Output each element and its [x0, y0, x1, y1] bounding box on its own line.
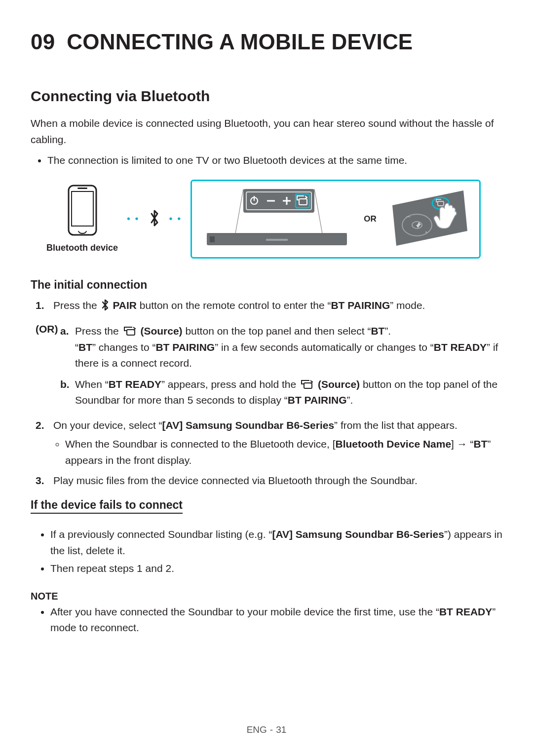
soundbar-touch-panel-icon: — + — [389, 189, 468, 250]
svg-marker-18 — [392, 190, 467, 246]
connection-dots-right: • • — [169, 213, 182, 225]
bt-pairing-label: BT PAIRING — [331, 300, 390, 311]
sub-step-label: a. — [60, 323, 69, 340]
inner-bullet-list: When the Soundbar is connected to the Bl… — [53, 436, 502, 468]
source-icon — [300, 379, 314, 389]
step-text: button on the remote control to enter th… — [140, 300, 331, 311]
steps-list-cont: 2. On your device, select “[AV] Samsung … — [31, 417, 502, 489]
step-text: After you have connected the Soundbar to… — [50, 606, 439, 617]
sub-step-b: b. When “BT READY” appears, press and ho… — [60, 377, 502, 409]
bt-ready-label: BT READY — [439, 606, 492, 617]
step-text: ” from the list that appears. — [334, 419, 457, 431]
footer-language: ENG — [247, 724, 267, 735]
connection-dots-left: • • — [127, 213, 140, 225]
step-1: 1. Press the PAIR button on the remote c… — [36, 298, 502, 314]
or-alternative-row: (OR) a. Press the (Source) button on the… — [36, 323, 502, 414]
intro-paragraph: When a mobile device is connected using … — [31, 115, 502, 148]
soundbar-frame: OR — + — [190, 180, 481, 259]
pair-label: PAIR — [113, 300, 137, 311]
subheading-fails-to-connect: If the device fails to connect — [31, 498, 183, 514]
sub-steps-list: a. Press the (Source) button on the top … — [60, 323, 502, 414]
device-name: [AV] Samsung Soundbar B6-Series — [272, 529, 444, 540]
phone-caption: Bluetooth device — [46, 243, 118, 253]
step-text: Press the — [75, 325, 122, 337]
list-item: When the Soundbar is connected to the Bl… — [65, 436, 502, 468]
step-text: ] → “ — [451, 438, 474, 450]
step-text: ” changes to “ — [92, 341, 155, 353]
step-text: ” in a few seconds automatically or chan… — [215, 341, 434, 353]
bt-pairing-label: BT PAIRING — [155, 341, 215, 353]
source-label: (Source) — [140, 325, 182, 337]
step-number: 2. — [36, 417, 44, 434]
step-text: On your device, select “ — [53, 419, 162, 431]
source-label: (Source) — [318, 378, 360, 390]
chapter-title: CONNECTING A MOBILE DEVICE — [67, 30, 413, 54]
bt-ready-label: BT READY — [434, 341, 487, 353]
step-text: ”. — [347, 394, 353, 406]
svg-rect-2 — [77, 188, 87, 189]
footer-separator: - — [270, 724, 273, 735]
bt-label: BT — [78, 341, 92, 353]
step-text: ”. — [384, 325, 391, 337]
svg-rect-4 — [210, 236, 215, 242]
sub-step-a: a. Press the (Source) button on the top … — [60, 323, 502, 372]
source-icon — [123, 326, 137, 336]
sub-step-label: b. — [60, 377, 70, 393]
step-text: ” mode. — [390, 300, 425, 311]
bt-label: BT — [474, 438, 488, 450]
manual-page: 09CONNECTING A MOBILE DEVICE Connecting … — [0, 0, 533, 756]
phone-icon — [68, 185, 97, 238]
section-heading: Connecting via Bluetooth — [31, 88, 502, 105]
svg-text:+: + — [425, 230, 427, 235]
fails-bullet-list: If a previously connected Soundbar listi… — [31, 527, 502, 577]
note-heading: NOTE — [31, 591, 502, 602]
bt-label: BT — [371, 325, 384, 337]
bluetooth-device-name-label: Bluetooth Device Name — [336, 438, 452, 450]
or-label: (OR) — [36, 323, 60, 335]
step-text: When the Soundbar is connected to the Bl… — [65, 438, 336, 450]
chapter-number: 09 — [31, 30, 55, 54]
list-item: The connection is limited to one TV or t… — [47, 152, 502, 169]
phone-figure: Bluetooth device — [46, 185, 118, 253]
page-footer: ENG-31 — [0, 724, 533, 735]
step-text: Play music files from the device connect… — [53, 475, 418, 486]
step-2: 2. On your device, select “[AV] Samsung … — [36, 417, 502, 469]
subheading-initial-connection: The initial connection — [31, 278, 502, 292]
step-text: If a previously connected Soundbar listi… — [50, 529, 272, 540]
svg-line-7 — [235, 189, 243, 233]
bluetooth-icon — [149, 209, 160, 229]
bt-pairing-label: BT PAIRING — [288, 394, 347, 406]
note-bullet-list: After you have connected the Soundbar to… — [31, 604, 502, 636]
chapter-heading: 09CONNECTING A MOBILE DEVICE — [31, 30, 502, 54]
step-text: button on the top panel and then select … — [185, 325, 371, 337]
bluetooth-pair-icon — [101, 300, 109, 310]
step-text: ” appears, press and hold the — [161, 378, 299, 390]
intro-bullet-list: The connection is limited to one TV or t… — [31, 152, 502, 169]
bt-ready-label: BT READY — [109, 378, 161, 390]
footer-page-number: 31 — [276, 724, 286, 735]
soundbar-top-panel-icon — [203, 186, 351, 252]
step-text: When “ — [75, 378, 109, 390]
step-number: 1. — [36, 298, 44, 314]
list-item: Then repeat steps 1 and 2. — [50, 561, 502, 577]
svg-text:—: — — [406, 214, 411, 219]
step-3: 3. Play music files from the device conn… — [36, 473, 502, 489]
svg-rect-0 — [69, 186, 96, 235]
device-name: [AV] Samsung Soundbar B6-Series — [162, 419, 335, 431]
step-text: Press the — [53, 300, 100, 311]
svg-line-8 — [314, 189, 322, 233]
svg-rect-5 — [266, 239, 288, 241]
figure-or-label: OR — [364, 214, 377, 224]
step-text: “ — [75, 341, 78, 353]
list-item: If a previously connected Soundbar listi… — [50, 527, 502, 559]
step-number: 3. — [36, 473, 44, 489]
svg-rect-1 — [72, 191, 93, 226]
list-item: After you have connected the Soundbar to… — [50, 604, 502, 636]
steps-list: 1. Press the PAIR button on the remote c… — [31, 298, 502, 314]
figure-row: Bluetooth device • • • • — [46, 180, 502, 259]
